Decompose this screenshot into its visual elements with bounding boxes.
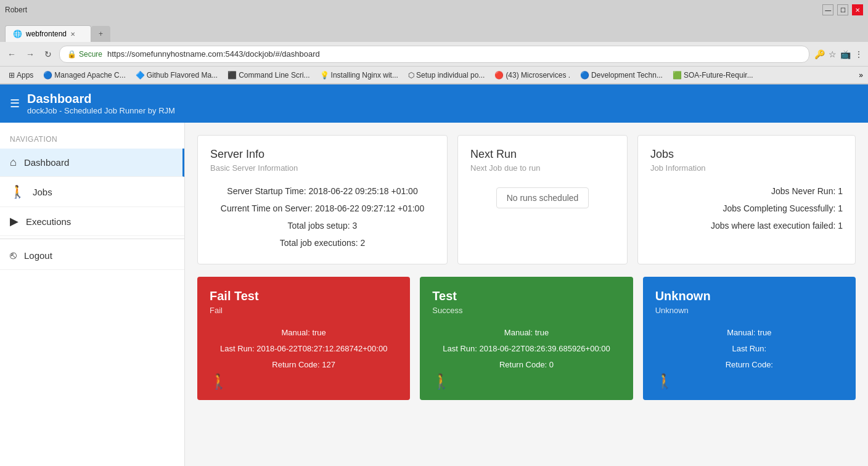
soa-icon: 🟩 — [673, 71, 682, 80]
title-bar: Robert — ☐ ✕ — [0, 0, 868, 20]
next-run-title: Next Run — [470, 148, 615, 161]
bookmark-command-line[interactable]: ⬛ Command Line Scri... — [224, 70, 313, 81]
github-flavored-icon: 🔷 — [136, 71, 145, 80]
jobs-info-title: Jobs — [650, 148, 843, 161]
active-tab[interactable]: 🌐 webfrontend ✕ — [5, 25, 91, 42]
tab-favicon: 🌐 — [13, 30, 22, 38]
bookmark-setup-individual[interactable]: ⬡ Setup individual po... — [404, 70, 488, 81]
star-icon[interactable]: ☆ — [829, 49, 837, 59]
sidebar-item-jobs[interactable]: 🚶 Jobs — [0, 177, 184, 207]
bookmark-microservices[interactable]: 🔴 (43) Microservices . — [491, 70, 574, 81]
job-card-unknown[interactable]: Unknown Unknown Manual: true Last Run: R… — [643, 277, 856, 400]
bookmark-installing-nginx[interactable]: 💡 Installing Nginx wit... — [316, 70, 402, 81]
fail-test-status: Fail — [210, 306, 398, 315]
close-button[interactable]: ✕ — [852, 4, 863, 15]
server-info-title: Server Info — [210, 148, 435, 161]
apps-icon: ⊞ — [9, 71, 15, 80]
microservices-icon: 🔴 — [494, 71, 504, 80]
no-runs-label: No runs scheduled — [496, 187, 589, 208]
unknown-last-run: Last Run: — [655, 341, 843, 357]
jobs-stats: Jobs Never Run: 1 Jobs Completing Sucess… — [650, 182, 843, 234]
sidebar-item-label-dashboard: Dashboard — [24, 157, 69, 168]
content-area: Server Info Basic Server Information Ser… — [185, 123, 868, 466]
job-card-fail-test[interactable]: Fail Test Fail Manual: true Last Run: 20… — [197, 277, 410, 400]
tab-label: webfrontend — [26, 30, 67, 38]
bookmark-github-flavored[interactable]: 🔷 Github Flavored Ma... — [132, 70, 221, 81]
address-input[interactable]: 🔒 Secure https://somefunnyhostname.com:5… — [59, 46, 809, 63]
bookmark-label: (43) Microservices . — [506, 71, 570, 80]
managed-apache-icon: 🔵 — [43, 71, 52, 80]
unknown-manual: Manual: true — [655, 325, 843, 341]
jobs-never-run: Jobs Never Run: 1 — [650, 182, 843, 200]
key-icon[interactable]: 🔑 — [814, 49, 825, 59]
main-layout: Navigation ⌂ Dashboard 🚶 Jobs ▶ Executio… — [0, 123, 868, 466]
tab-close-button[interactable]: ✕ — [70, 31, 75, 38]
startup-time: Server Startup Time: 2018-06-22 09:25:18… — [210, 182, 435, 200]
app-header: ☰ Dashboard dockJob - Scheduled Job Runn… — [0, 84, 868, 123]
bookmark-development[interactable]: 🔵 Development Techn... — [576, 70, 666, 81]
unknown-status: Unknown — [655, 306, 843, 315]
bookmarks-bar: ⊞ Apps 🔵 Managed Apache C... 🔷 Github Fl… — [0, 67, 868, 84]
unknown-icon: 🚶 — [655, 373, 674, 390]
executions-icon: ▶ — [10, 215, 18, 228]
title-bar-left: Robert — [5, 6, 30, 14]
bookmark-label: Github Flavored Ma... — [147, 71, 218, 80]
test-info: Manual: true Last Run: 2018-06-22T08:26:… — [432, 325, 620, 373]
test-manual: Manual: true — [432, 325, 620, 341]
test-status: Success — [432, 306, 620, 315]
header-title: Dashboard — [27, 92, 175, 106]
reload-button[interactable]: ↻ — [42, 48, 54, 60]
next-run-card: Next Run Next Job due to run No runs sch… — [457, 135, 628, 264]
bookmark-label: Managed Apache C... — [54, 71, 125, 80]
bookmark-label: Development Techn... — [591, 71, 663, 80]
current-time: Current Time on Server: 2018-06-22 09:27… — [210, 200, 435, 217]
browser-chrome: Robert — ☐ ✕ 🌐 webfrontend ✕ + ← → ↻ 🔒 S… — [0, 0, 868, 84]
setup-icon: ⬡ — [408, 71, 414, 80]
bookmark-label: Command Line Scri... — [239, 71, 309, 80]
jobs-completing: Jobs Completing Sucessfully: 1 — [650, 200, 843, 217]
jobs-info-card: Jobs Job Information Jobs Never Run: 1 J… — [637, 135, 856, 264]
info-cards-row: Server Info Basic Server Information Ser… — [197, 135, 856, 264]
bookmark-label: Installing Nginx wit... — [331, 71, 398, 80]
user-label: Robert — [5, 6, 27, 14]
forward-button[interactable]: → — [23, 48, 37, 60]
tab-bar: 🌐 webfrontend ✕ + — [0, 20, 868, 42]
sidebar-item-logout[interactable]: ⎋ Logout — [0, 242, 184, 270]
bookmarks-more[interactable]: » — [859, 71, 863, 80]
secure-icon: 🔒 — [67, 50, 76, 59]
total-jobs: Total jobs setup: 3 — [210, 217, 435, 234]
job-cards-row: Fail Test Fail Manual: true Last Run: 20… — [197, 277, 856, 400]
fail-test-icon: 🚶 — [210, 373, 228, 390]
job-card-test[interactable]: Test Success Manual: true Last Run: 2018… — [420, 277, 633, 400]
window-controls: — ☐ ✕ — [821, 4, 863, 16]
back-button[interactable]: ← — [5, 48, 18, 60]
fail-test-return-code: Return Code: 127 — [210, 357, 398, 373]
bookmark-managed-apache[interactable]: 🔵 Managed Apache C... — [39, 70, 129, 81]
sidebar-item-executions[interactable]: ▶ Executions — [0, 207, 184, 236]
nav-divider — [0, 239, 184, 239]
fail-test-last-run: Last Run: 2018-06-22T08:27:12.268742+00:… — [210, 341, 398, 357]
test-icon: 🚶 — [432, 373, 451, 390]
bookmark-soa[interactable]: 🟩 SOA-Future-Requir... — [669, 70, 757, 81]
cast-icon[interactable]: 📺 — [840, 49, 851, 59]
total-executions: Total job executions: 2 — [210, 234, 435, 251]
header-subtitle: dockJob - Scheduled Job Runner by RJM — [27, 106, 175, 115]
bookmark-apps[interactable]: ⊞ Apps — [5, 70, 37, 81]
sidebar-item-dashboard[interactable]: ⌂ Dashboard — [0, 149, 184, 177]
development-icon: 🔵 — [580, 71, 589, 80]
menu-dots[interactable]: ⋮ — [854, 49, 863, 59]
server-info-card: Server Info Basic Server Information Ser… — [197, 135, 448, 264]
hamburger-menu[interactable]: ☰ — [10, 97, 20, 110]
new-tab-button[interactable]: + — [91, 26, 110, 42]
server-info-subtitle: Basic Server Information — [210, 163, 435, 173]
test-last-run: Last Run: 2018-06-22T08:26:39.685926+00:… — [432, 341, 620, 357]
unknown-return-code: Return Code: — [655, 357, 843, 373]
minimize-button[interactable]: — — [822, 4, 833, 15]
bookmark-label: SOA-Future-Requir... — [684, 71, 753, 80]
fail-test-manual: Manual: true — [210, 325, 398, 341]
maximize-button[interactable]: ☐ — [837, 4, 848, 15]
bookmark-label: Setup individual po... — [416, 71, 485, 80]
jobs-failed: Jobs where last execution failed: 1 — [650, 217, 843, 234]
next-run-subtitle: Next Job due to run — [470, 163, 615, 173]
app: ☰ Dashboard dockJob - Scheduled Job Runn… — [0, 84, 868, 466]
